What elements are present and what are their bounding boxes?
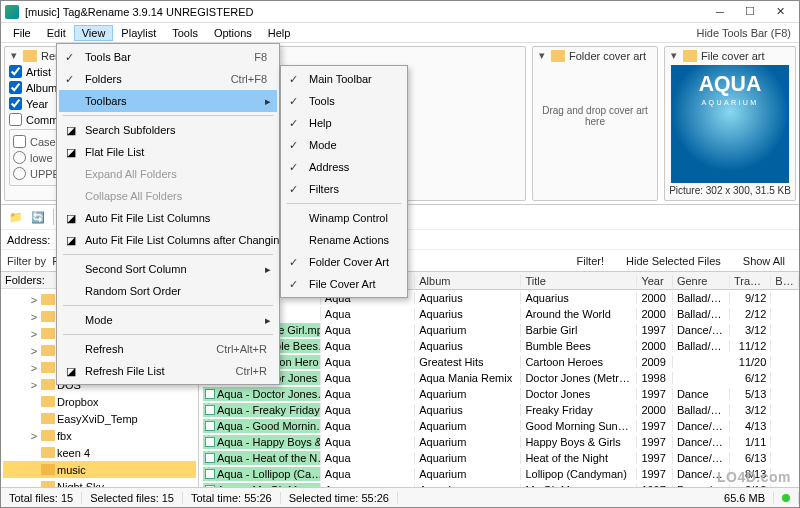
folder-cover-art-panel: ▾Folder cover art Drag and drop cover ar… — [532, 46, 658, 201]
tree-node[interactable]: >fbx — [3, 427, 196, 444]
folder-icon — [41, 311, 55, 322]
folder-icon — [41, 328, 55, 339]
folder-icon — [41, 430, 55, 441]
files-column: File Artist Album Title Year Genre Track… — [199, 272, 799, 499]
col-title[interactable]: Title — [521, 275, 637, 287]
hide-tools-hint[interactable]: Hide Tools Bar (F8) — [696, 27, 795, 39]
file-icon — [683, 50, 697, 62]
autofit-icon: ◪ — [63, 210, 79, 226]
search-icon: ◪ — [63, 122, 79, 138]
folder-icon — [41, 464, 55, 475]
filter-button[interactable]: Filter! — [569, 254, 613, 268]
table-row[interactable]: Aqua - Cartoon Hero…AquaGreatest HitsCar… — [199, 354, 799, 370]
menubar: File Edit View Playlist Tools Options He… — [1, 23, 799, 43]
flat-icon: ◪ — [63, 144, 79, 160]
cover-art-image[interactable] — [671, 65, 789, 183]
file-cover-art-panel: ▾File cover art Picture: 302 x 300, 31.5… — [664, 46, 796, 201]
menu-item: Expand All Folders — [59, 163, 277, 185]
refresh-icon: ◪ — [63, 363, 79, 379]
file-grid[interactable]: arius.mp3AquaAquariusAquarius2000Ballad/… — [199, 290, 799, 499]
window-title: [music] Tag&Rename 3.9.14 UNREGISTERED — [25, 6, 705, 18]
table-row[interactable]: Aqua - Happy Boys &…AquaAquariumHappy Bo… — [199, 434, 799, 450]
menu-item: Collapse All Folders — [59, 185, 277, 207]
folder-icon — [551, 50, 565, 62]
tree-node[interactable]: EasyXviD_Temp — [3, 410, 196, 427]
up-folder-icon[interactable]: 📁 — [7, 208, 25, 226]
table-row[interactable]: Aqua - Barbie Girl.mp3AquaAquariumBarbie… — [199, 322, 799, 338]
app-icon — [5, 5, 19, 19]
memory: 65.6 MB — [716, 492, 774, 504]
menu-help[interactable]: Help — [260, 25, 299, 41]
submenu-item[interactable]: ✓Tools — [283, 90, 405, 112]
table-row[interactable]: Aqua - Good Mornin…AquaAquariumGood Morn… — [199, 418, 799, 434]
folder-icon — [41, 362, 55, 373]
menu-options[interactable]: Options — [206, 25, 260, 41]
menu-item[interactable]: ◪Auto Fit File List Columns — [59, 207, 277, 229]
menu-item[interactable]: Second Sort Column▸ — [59, 258, 277, 280]
tree-node[interactable]: keen 4 — [3, 444, 196, 461]
submenu-item[interactable]: ✓Main Toolbar — [283, 68, 405, 90]
submenu-item[interactable]: ✓Mode — [283, 134, 405, 156]
submenu-item[interactable]: Winamp Control — [283, 207, 405, 229]
submenu-item[interactable]: Rename Actions — [283, 229, 405, 251]
menu-item[interactable]: ◪Refresh File ListCtrl+R — [59, 360, 277, 382]
table-row[interactable]: nd the…AquaAquariusAround the World2000B… — [199, 306, 799, 322]
autofit-icon: ◪ — [63, 232, 79, 248]
col-year[interactable]: Year — [637, 275, 673, 287]
selected-time: Selected time: 55:26 — [281, 492, 398, 504]
hide-selected-button[interactable]: Hide Selected Files — [618, 254, 729, 268]
menu-item[interactable]: Mode▸ — [59, 309, 277, 331]
statusbar: Total files: 15 Selected files: 15 Total… — [1, 487, 799, 507]
menu-item[interactable]: Random Sort Order — [59, 280, 277, 302]
filter-by-label: Filter by — [7, 255, 46, 267]
table-row[interactable]: Aqua - Heat of the N…AquaAquariumHeat of… — [199, 450, 799, 466]
maximize-button[interactable]: ☐ — [735, 2, 765, 22]
table-row[interactable]: Aqua - Doctor Jones…AquaAquariumDoctor J… — [199, 386, 799, 402]
folder-icon — [41, 379, 55, 390]
menu-item[interactable]: RefreshCtrl+Alt+R — [59, 338, 277, 360]
menu-item[interactable]: ◪Auto Fit File List Columns after Changi… — [59, 229, 277, 251]
table-row[interactable]: Aqua - Bumble Bees…AquaAquariusBumble Be… — [199, 338, 799, 354]
menu-file[interactable]: File — [5, 25, 39, 41]
close-button[interactable]: ✕ — [765, 2, 795, 22]
tree-node[interactable]: Dropbox — [3, 393, 196, 410]
folder-icon — [41, 396, 55, 407]
col-bitrate[interactable]: Bitrat — [771, 275, 799, 287]
submenu-item[interactable]: ✓Folder Cover Art — [283, 251, 405, 273]
cover-art-caption: Picture: 302 x 300, 31.5 KB — [669, 185, 791, 196]
status-led — [782, 494, 790, 502]
menu-item[interactable]: ✓FoldersCtrl+F8 — [59, 68, 277, 90]
folder-art-dropzone[interactable]: Drag and drop cover art here — [537, 65, 653, 167]
col-album[interactable]: Album — [415, 275, 521, 287]
toolbars-submenu[interactable]: ✓Main Toolbar✓Tools✓Help✓Mode✓Address✓Fi… — [280, 65, 408, 298]
address-label: Address: — [7, 234, 50, 246]
minimize-button[interactable]: ─ — [705, 2, 735, 22]
show-all-button[interactable]: Show All — [735, 254, 793, 268]
view-menu[interactable]: ✓Tools BarF8✓FoldersCtrl+F8Toolbars▸◪Sea… — [56, 43, 280, 385]
table-row[interactable]: Aqua - Lollipop (Ca…AquaAquariumLollipop… — [199, 466, 799, 482]
col-track[interactable]: Track # — [730, 275, 771, 287]
total-files: Total files: 15 — [1, 492, 82, 504]
table-row[interactable]: Aqua - Doctor Jones …AquaAqua Mania Remi… — [199, 370, 799, 386]
table-row[interactable]: Aqua - Freaky Friday…AquaAquariusFreaky … — [199, 402, 799, 418]
col-genre[interactable]: Genre — [673, 275, 730, 287]
refresh-icon[interactable]: 🔄 — [29, 208, 47, 226]
menu-edit[interactable]: Edit — [39, 25, 74, 41]
submenu-item[interactable]: ✓File Cover Art — [283, 273, 405, 295]
folder-icon — [41, 345, 55, 356]
submenu-item[interactable]: ✓Help — [283, 112, 405, 134]
submenu-item[interactable]: ✓Address — [283, 156, 405, 178]
menu-view[interactable]: View — [74, 25, 114, 41]
selected-files: Selected files: 15 — [82, 492, 183, 504]
menu-playlist[interactable]: Playlist — [113, 25, 164, 41]
folder-icon — [41, 413, 55, 424]
menu-item[interactable]: Toolbars▸ — [59, 90, 277, 112]
folder-icon — [23, 50, 37, 62]
menu-item[interactable]: ◪Flat File List — [59, 141, 277, 163]
titlebar: [music] Tag&Rename 3.9.14 UNREGISTERED ─… — [1, 1, 799, 23]
tree-node[interactable]: music — [3, 461, 196, 478]
submenu-item[interactable]: ✓Filters — [283, 178, 405, 200]
menu-tools[interactable]: Tools — [164, 25, 206, 41]
menu-item[interactable]: ◪Search Subfolders — [59, 119, 277, 141]
menu-item[interactable]: ✓Tools BarF8 — [59, 46, 277, 68]
